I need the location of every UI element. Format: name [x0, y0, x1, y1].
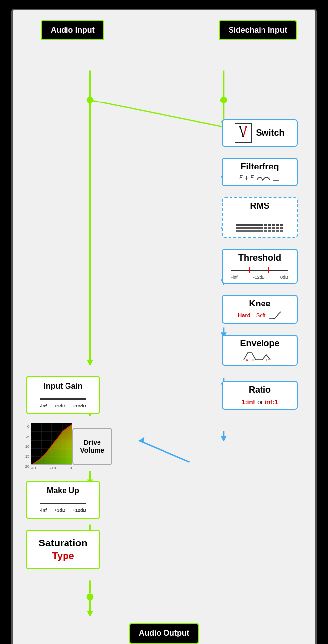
x-label-20: -20	[31, 466, 36, 470]
make-up-marker	[66, 500, 66, 507]
audio-input-label: Audio Input	[51, 26, 95, 34]
switch-title: Switch	[256, 128, 284, 138]
drive-volume-box[interactable]: Drive Volume	[72, 428, 113, 465]
threshold-title: Threshold	[238, 253, 281, 263]
knee-soft: Soft	[256, 312, 266, 318]
chart-y-labels: 0 -5 -10 -15 -20	[24, 424, 31, 469]
svg-point-35	[239, 126, 241, 128]
makeup-label-inf: -inf	[40, 508, 47, 514]
audio-output-box: Audio Output	[129, 623, 199, 644]
ratio-title: Ratio	[249, 385, 271, 395]
drive-label: Drive Volume	[80, 439, 105, 454]
envelope-title: Envelope	[240, 339, 279, 348]
rms-box[interactable]: RMS // Will be rendered via template bel…	[222, 197, 298, 238]
saturation-type-box[interactable]: Saturation Type	[26, 530, 100, 569]
input-gain-slider[interactable]	[40, 394, 86, 404]
make-up-labels: -inf +3dB +12dB	[40, 508, 86, 514]
filterfreq-f1: F	[239, 175, 242, 180]
knee-title: Knee	[249, 299, 270, 308]
y-label-20: -20	[24, 464, 30, 469]
y-label-10: -10	[24, 444, 30, 449]
filterfreq-box[interactable]: Filterfreq F + F	[222, 158, 298, 186]
y-label-0: 0	[24, 424, 30, 429]
svg-line-33	[240, 127, 243, 136]
knee-curve-icon	[268, 311, 282, 320]
envelope-box[interactable]: Envelope A H R	[222, 335, 298, 366]
filterfreq-f2: F	[251, 175, 254, 180]
switch-box[interactable]: Switch	[222, 119, 298, 147]
svg-point-37	[242, 136, 244, 137]
svg-line-34	[243, 127, 246, 136]
diagram-container: Audio Input Sidechain Input Switch	[11, 9, 317, 644]
sidechain-input-box: Sidechain Input	[219, 20, 297, 40]
gain-label-3db: +3dB	[54, 404, 65, 409]
y-label-5: -5	[24, 435, 30, 439]
svg-marker-32	[87, 611, 93, 617]
makeup-label-12db: +12dB	[73, 508, 86, 514]
input-gain-labels: -inf +3dB +12dB	[40, 404, 86, 409]
threshold-label-12db: -12dB	[253, 275, 265, 280]
rms-grid	[236, 224, 283, 232]
threshold-marker1	[249, 267, 250, 273]
rms-title: RMS	[250, 201, 270, 211]
threshold-marker2	[268, 267, 269, 273]
x-label-10: -10	[50, 466, 56, 470]
x-label-0: 0	[70, 466, 72, 470]
input-gain-box[interactable]: Input Gain -inf +3dB +12dB	[26, 376, 100, 414]
knee-dash: -	[252, 312, 254, 318]
saturation-type-label: Type	[52, 550, 74, 561]
filterfreq-title: Filterfreq	[240, 162, 279, 171]
ratio-val2: inf:1	[264, 398, 278, 406]
audio-input-box: Audio Input	[41, 20, 104, 40]
svg-text:A: A	[246, 358, 248, 362]
filterfreq-curve	[256, 173, 280, 182]
input-gain-track	[40, 398, 86, 400]
y-label-15: -15	[24, 454, 30, 459]
make-up-slider[interactable]	[40, 498, 86, 508]
make-up-box[interactable]: Make Up -inf +3dB +12dB	[26, 481, 100, 518]
svg-point-30	[87, 593, 94, 600]
envelope-icon: A H R	[243, 351, 277, 362]
gain-label-12db: +12dB	[73, 404, 86, 409]
chart-x-labels: -20 -10 0	[31, 466, 72, 470]
threshold-track	[231, 270, 288, 271]
drive-volume-wrapper: 0 -5 -10 -15 -20	[24, 423, 112, 470]
threshold-label-inf: -inf	[231, 275, 238, 280]
saturation-title: Saturation	[39, 538, 88, 548]
threshold-box[interactable]: Threshold -inf -12dB 0dB	[222, 249, 298, 284]
svg-text:R: R	[266, 358, 269, 362]
input-gain-marker	[66, 395, 66, 402]
envelope-controls: A H R	[228, 351, 292, 362]
ratio-values: 1:inf or inf:1	[228, 397, 292, 406]
make-up-track	[40, 503, 86, 504]
input-gain-title: Input Gain	[43, 382, 82, 390]
knee-controls: Hard - Soft	[228, 311, 292, 320]
audio-output-label: Audio Output	[139, 629, 189, 637]
threshold-label-0db: 0dB	[280, 275, 288, 280]
svg-text:H: H	[252, 358, 254, 362]
chart-svg	[31, 423, 72, 465]
threshold-labels: -inf -12dB 0dB	[231, 275, 288, 280]
makeup-label-3db: +3dB	[54, 508, 65, 514]
ratio-val1: 1:inf	[241, 398, 255, 406]
knee-box[interactable]: Knee Hard - Soft	[222, 295, 298, 324]
sidechain-input-label: Sidechain Input	[229, 26, 287, 34]
ratio-or: or	[257, 398, 264, 406]
filterfreq-plus: +	[244, 174, 248, 182]
chart-canvas[interactable]	[31, 423, 72, 465]
switch-icon	[235, 123, 252, 143]
make-up-title: Make Up	[47, 486, 79, 495]
ratio-box[interactable]: Ratio 1:inf or inf:1	[222, 381, 298, 410]
svg-point-36	[245, 126, 247, 128]
chart-area: -20 -10 0	[31, 423, 72, 470]
knee-hard: Hard	[238, 312, 250, 318]
gain-label-inf: -inf	[40, 404, 47, 409]
threshold-slider[interactable]	[231, 265, 288, 275]
